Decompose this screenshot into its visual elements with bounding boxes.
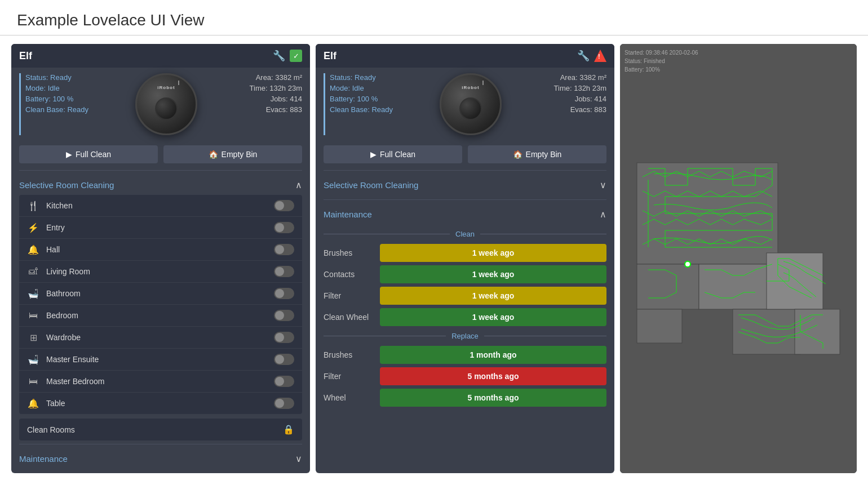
robot-circle-1: iRobot — [135, 73, 197, 135]
status-warn-icon — [594, 50, 606, 62]
svg-rect-5 — [699, 264, 778, 309]
wardrobe-icon: ⊞ — [27, 332, 39, 343]
toggle-master-ensuite[interactable] — [274, 354, 294, 365]
card2-stats-left: Status: Ready Mode: Idle Battery: 100 % … — [324, 73, 402, 135]
svg-point-10 — [685, 261, 690, 267]
home-icon-2: 🏠 — [513, 150, 522, 159]
home-icon-1: 🏠 — [209, 150, 218, 159]
toggle-table[interactable] — [274, 398, 294, 409]
clean-rooms-label: Clean Rooms — [27, 425, 75, 434]
card1-selective-header[interactable]: Selective Room Cleaning ∧ — [19, 175, 302, 195]
divider-line-left2 — [324, 336, 446, 336]
chevron-down-1: ∨ — [295, 453, 302, 464]
maint-brushes-status[interactable]: 1 week ago — [380, 244, 606, 262]
lock-icon: 🔒 — [283, 424, 294, 435]
stat-evacs: Evacs: 883 — [539, 105, 606, 114]
card1-title: Elf — [19, 50, 32, 62]
card2-actions: ▶ Full Clean 🏠 Empty Bin — [316, 141, 614, 170]
replace-label: Replace — [451, 332, 479, 340]
map-canvas: Started: 09:38:46 2020-02-06 Status: Fin… — [620, 44, 857, 473]
stat-mode: Mode: Idle — [330, 84, 402, 92]
room-name: Master Bedroom — [46, 377, 267, 386]
sep-2 — [19, 444, 302, 444]
play-icon-1: ▶ — [66, 150, 72, 159]
card2-body: Status: Ready Mode: Idle Battery: 100 % … — [316, 68, 614, 141]
maint-filter-replace-label: Filter — [324, 372, 374, 381]
robot-card-2: Elf 🔧 Status: Ready Mode: Idle Battery: … — [316, 44, 614, 473]
full-clean-btn-2[interactable]: ▶ Full Clean — [324, 145, 462, 163]
card1-stats-right: Area: 3382 m² Time: 132h 23m Jobs: 414 E… — [234, 73, 302, 135]
stat-status: Status: Ready — [330, 73, 402, 82]
toggle-entry[interactable] — [274, 222, 294, 233]
map-battery: Battery: 100% — [625, 65, 698, 74]
toggle-kitchen[interactable] — [274, 200, 294, 211]
living-room-icon: 🛋 — [27, 266, 39, 277]
card1-header-icons: 🔧 ✓ — [273, 50, 302, 62]
chevron-up-2: ∧ — [600, 209, 606, 220]
maint-wheel-replace-status[interactable]: 5 months ago — [380, 389, 606, 407]
card2-selective-header[interactable]: Selective Room Cleaning ∨ — [324, 175, 606, 195]
room-name: Bedroom — [46, 311, 267, 320]
card1-maintenance-header[interactable]: Maintenance ∨ — [19, 449, 302, 469]
empty-bin-btn-1[interactable]: 🏠 Empty Bin — [163, 145, 302, 163]
maint-filter-status[interactable]: 1 week ago — [380, 287, 606, 305]
kitchen-icon: 🍴 — [27, 201, 39, 211]
maint-filter-replace-status[interactable]: 5 months ago — [380, 367, 606, 385]
toggle-master-bedroom[interactable] — [274, 376, 294, 387]
card1-body: Status: Ready Mode: Idle Battery: 100 % … — [11, 68, 310, 141]
list-item: ⊞ Wardrobe — [19, 327, 302, 349]
maint-contacts-status[interactable]: 1 week ago — [380, 265, 606, 283]
map-status: Status: Finished — [625, 57, 698, 65]
full-clean-btn-1[interactable]: ▶ Full Clean — [19, 145, 158, 163]
map-svg — [620, 44, 857, 473]
bedroom-icon: 🛏 — [27, 310, 39, 321]
maint-row-cleanwheel-clean: Clean Wheel 1 week ago — [324, 308, 606, 326]
robot-brand-1: iRobot — [157, 85, 175, 90]
clean-label: Clean — [455, 230, 475, 238]
wrench-icon-1[interactable]: 🔧 — [273, 50, 285, 62]
stat-jobs: Jobs: 414 — [234, 95, 302, 103]
room-name: Hall — [46, 245, 267, 254]
clean-divider: Clean — [324, 230, 606, 238]
maintenance-clean-subsection: Clean Brushes 1 week ago Contacts 1 week… — [324, 230, 606, 326]
stat-battery: Battery: 100 % — [25, 95, 98, 103]
toggle-bedroom[interactable] — [274, 310, 294, 321]
toggle-wardrobe[interactable] — [274, 332, 294, 343]
toggle-hall[interactable] — [274, 244, 294, 255]
list-item: 🛁 Master Ensuite — [19, 349, 302, 371]
card2-title: Elf — [324, 50, 336, 62]
list-item: 🔔 Table — [19, 393, 302, 414]
card1-robot-image: iRobot — [104, 73, 229, 135]
robot-lens-2 — [459, 97, 482, 120]
toggle-living-room[interactable] — [274, 266, 294, 277]
maint-filter-label: Filter — [324, 291, 374, 300]
toggle-bathroom[interactable] — [274, 288, 294, 299]
sep-1 — [19, 170, 302, 171]
bathroom-icon: 🛁 — [27, 288, 39, 299]
card2-maintenance-header[interactable]: Maintenance ∧ — [324, 204, 606, 224]
svg-rect-6 — [733, 309, 800, 354]
card2-header: Elf 🔧 — [316, 44, 614, 68]
stat-jobs: Jobs: 414 — [539, 95, 606, 103]
map-info: Started: 09:38:46 2020-02-06 Status: Fin… — [625, 48, 698, 74]
divider-line-left — [324, 234, 450, 234]
stat-battery: Battery: 100 % — [330, 95, 402, 103]
maintenance-replace-subsection: Replace Brushes 1 month ago Filter 5 mon… — [324, 332, 606, 407]
replace-divider: Replace — [324, 332, 606, 340]
maint-cleanwheel-status[interactable]: 1 week ago — [380, 308, 606, 326]
wrench-icon-2[interactable]: 🔧 — [577, 50, 590, 62]
card2-robot-image: iRobot — [408, 73, 533, 135]
card1-stats-left: Status: Ready Mode: Idle Battery: 100 % … — [19, 73, 98, 135]
maint-brushes-label: Brushes — [324, 248, 374, 257]
card1-selective-section: Selective Room Cleaning ∧ 🍴 Kitchen ⚡ En… — [19, 175, 302, 414]
divider-line-right — [480, 234, 606, 234]
empty-bin-btn-2[interactable]: 🏠 Empty Bin — [468, 145, 606, 163]
stat-area: Area: 3382 m² — [234, 73, 302, 82]
list-item: 🍴 Kitchen — [19, 195, 302, 217]
stat-time: Time: 132h 23m — [234, 84, 302, 92]
list-item: ⚡ Entry — [19, 217, 302, 239]
maint-brushes-replace-status[interactable]: 1 month ago — [380, 346, 606, 364]
status-ok-icon: ✓ — [290, 50, 302, 62]
card1-maintenance-title: Maintenance — [19, 454, 68, 464]
map-started: Started: 09:38:46 2020-02-06 — [625, 48, 698, 57]
